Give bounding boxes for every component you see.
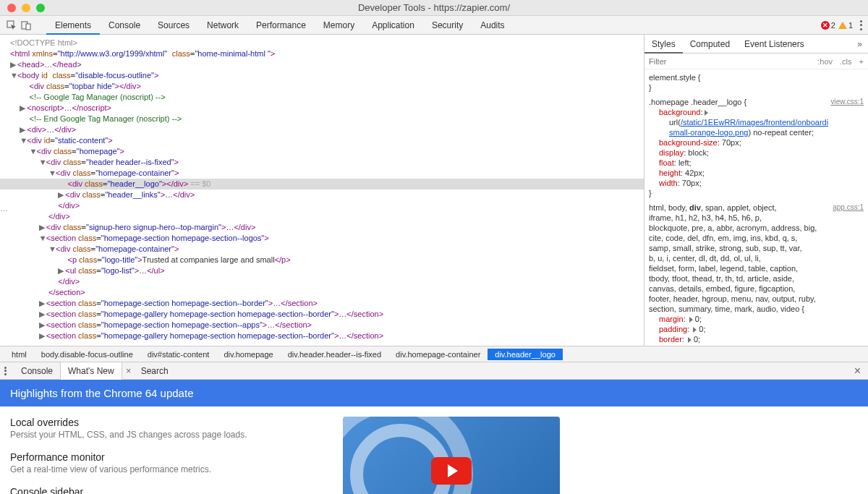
zoom-window-icon[interactable]: [36, 4, 45, 12]
dom-line[interactable]: ▶<section class="homepage-gallery homepa…: [10, 331, 644, 341]
rule-selector-line: section, summary, time, mark, audio, vid…: [649, 304, 864, 314]
dom-line-selected[interactable]: <div class="header__logo"></div> == $0: [0, 179, 644, 189]
drawer-tab-whatsnew[interactable]: What's New: [60, 362, 122, 380]
dom-line[interactable]: <div class="topbar hide"></div>: [10, 81, 644, 92]
tab-performance[interactable]: Performance: [247, 16, 315, 35]
dom-line[interactable]: ▼<section class="homepage-section homepa…: [10, 233, 644, 244]
warning-icon: [838, 22, 847, 29]
close-tab-icon[interactable]: ×: [124, 366, 134, 376]
elements-tree[interactable]: … <!DOCTYPE html> <html xmlns="http://ww…: [0, 35, 644, 346]
dom-line[interactable]: <!DOCTYPE html>: [10, 38, 644, 48]
rule-selector-line: b, u, i, center, dl, dt, dd, ol, ul, li,: [649, 253, 864, 263]
tab-application[interactable]: Application: [363, 16, 423, 35]
crumb-item-selected[interactable]: div.header__logo: [488, 349, 563, 360]
dom-line[interactable]: ▶<section class="homepage-gallery homepa…: [10, 309, 644, 320]
rule-element-style[interactable]: element.style {: [649, 72, 864, 82]
crumb-item[interactable]: body.disable-focus-outline: [34, 349, 140, 360]
rule-header-logo[interactable]: view.css:1.homepage .header__logo {: [649, 97, 864, 107]
dom-line[interactable]: ▼<div class="homepage-container">: [10, 168, 644, 179]
feature-title: Console sidebar: [10, 486, 314, 494]
feature-desc: Persist your HTML, CSS, and JS changes a…: [10, 430, 314, 440]
sidebar-tab-listeners[interactable]: Event Listeners: [737, 35, 812, 54]
new-style-button[interactable]: +: [859, 57, 864, 66]
window-title: Developer Tools - https://zapier.com/: [358, 2, 510, 13]
drawer-tab-console[interactable]: Console: [14, 362, 60, 380]
video-thumbnail[interactable]: new: [343, 417, 560, 494]
styles-filter-row: :hov .cls +: [644, 54, 868, 69]
drawer-menu-icon[interactable]: [4, 367, 7, 375]
rule-close: }: [649, 188, 864, 198]
dom-line[interactable]: ▶<section class="homepage-section homepa…: [10, 320, 644, 331]
warning-count-value: 1: [848, 21, 853, 30]
elements-breadcrumb: html body.disable-focus-outline div#stat…: [0, 346, 868, 362]
drawer: Console What's New × Search × Highlights…: [0, 362, 868, 494]
error-count-value: 2: [831, 21, 835, 30]
minimize-window-icon[interactable]: [22, 4, 30, 12]
sidebar-tab-styles[interactable]: Styles: [644, 35, 683, 54]
styles-sidebar: Styles Computed Event Listeners » :hov .…: [644, 35, 868, 346]
sidebar-tab-computed[interactable]: Computed: [683, 35, 737, 54]
crumb-item[interactable]: div.header.header--is-fixed: [281, 349, 388, 360]
cls-toggle[interactable]: .cls: [840, 57, 852, 66]
rule-reset[interactable]: app.css:1html, body, div, span, applet, …: [649, 203, 864, 213]
dom-line[interactable]: </div>: [10, 211, 644, 222]
url-link[interactable]: /static/1EEwRR/images/frontend/onboardi: [681, 118, 828, 127]
tab-sources[interactable]: Sources: [149, 16, 198, 35]
url-link[interactable]: small-orange-logo.png: [669, 128, 748, 137]
feature-desc: Get a real-time view of various performa…: [10, 464, 314, 474]
crumb-item[interactable]: div.homepage: [216, 349, 280, 360]
close-window-icon[interactable]: [7, 4, 16, 12]
dom-line[interactable]: ▶<noscript>…</noscript>: [10, 103, 644, 114]
dom-line[interactable]: ▼<div class="homepage">: [10, 146, 644, 157]
dom-line[interactable]: ▼<body id class="disable-focus-outline">: [10, 70, 644, 81]
device-toggle-icon[interactable]: [20, 20, 32, 31]
crumb-item[interactable]: div.homepage-container: [388, 349, 488, 360]
svg-rect-2: [26, 24, 30, 30]
dom-line[interactable]: <!-- Google Tag Manager (noscript) -->: [10, 92, 644, 103]
dom-line[interactable]: ▶<div class="signup-hero signup-hero--to…: [10, 222, 644, 233]
warning-count[interactable]: 1: [838, 21, 853, 30]
crumb-item[interactable]: html: [4, 349, 34, 360]
inspect-icon[interactable]: [6, 20, 17, 31]
dom-line[interactable]: ▼<div id="static-content">: [10, 135, 644, 146]
source-link[interactable]: app.css:1: [833, 203, 864, 213]
dom-line[interactable]: <p class="logo-title">Trusted at compani…: [10, 255, 644, 265]
styles-filter-input[interactable]: [649, 57, 817, 66]
dom-line[interactable]: ▶<ul class="logo-list">…</ul>: [10, 265, 644, 276]
drawer-tabs: Console What's New × Search ×: [0, 362, 868, 380]
dom-line[interactable]: </div>: [10, 200, 644, 211]
dom-line[interactable]: ▶<div>…</div>: [10, 124, 644, 135]
dom-line[interactable]: ▶<div class="header__links">…</div>: [10, 189, 644, 200]
devtools-toolbar: Elements Console Sources Network Perform…: [0, 16, 868, 35]
dom-line[interactable]: ▶<head>…</head>: [10, 59, 644, 70]
dom-line[interactable]: <html xmlns="http://www.w3.org/1999/xhtm…: [10, 48, 644, 59]
drawer-tab-search[interactable]: Search: [134, 362, 176, 380]
source-link[interactable]: view.css:1: [830, 97, 864, 107]
tab-audits[interactable]: Audits: [472, 16, 513, 35]
more-tabs-icon[interactable]: »: [851, 39, 868, 49]
dom-line[interactable]: ▶<section class="homepage-section homepa…: [10, 298, 644, 309]
tab-console[interactable]: Console: [100, 16, 149, 35]
dom-line[interactable]: ▼<div class="homepage-container">: [10, 244, 644, 255]
tab-security[interactable]: Security: [423, 16, 472, 35]
tab-network[interactable]: Network: [198, 16, 247, 35]
feature-item[interactable]: Local overrides Persist your HTML, CSS, …: [10, 417, 314, 440]
dom-line[interactable]: </section>: [10, 287, 644, 298]
window-controls: [7, 4, 45, 12]
tab-memory[interactable]: Memory: [315, 16, 363, 35]
error-count[interactable]: ✕2: [821, 21, 835, 30]
dom-line[interactable]: ▼<div class="header header--is-fixed">: [10, 157, 644, 168]
feature-item[interactable]: Performance monitor Get a real-time view…: [10, 451, 314, 474]
dom-line[interactable]: </div>: [10, 276, 644, 287]
play-icon[interactable]: [431, 457, 472, 485]
settings-menu-icon[interactable]: [860, 20, 862, 30]
feature-item[interactable]: Console sidebar Reduce console noise and…: [10, 486, 314, 494]
styles-rules[interactable]: element.style { } view.css:1.homepage .h…: [644, 69, 868, 346]
rule-selector-line: cite, code, del, dfn, em, img, ins, kbd,…: [649, 233, 864, 243]
dom-line[interactable]: <!-- End Google Tag Manager (noscript) -…: [10, 114, 644, 124]
tab-elements[interactable]: Elements: [46, 16, 100, 35]
hov-toggle[interactable]: :hov: [817, 57, 833, 66]
rule-selector-line: samp, small, strike, strong, sub, sup, t…: [649, 243, 864, 253]
crumb-item[interactable]: div#static-content: [140, 349, 217, 360]
close-drawer-icon[interactable]: ×: [854, 365, 861, 378]
